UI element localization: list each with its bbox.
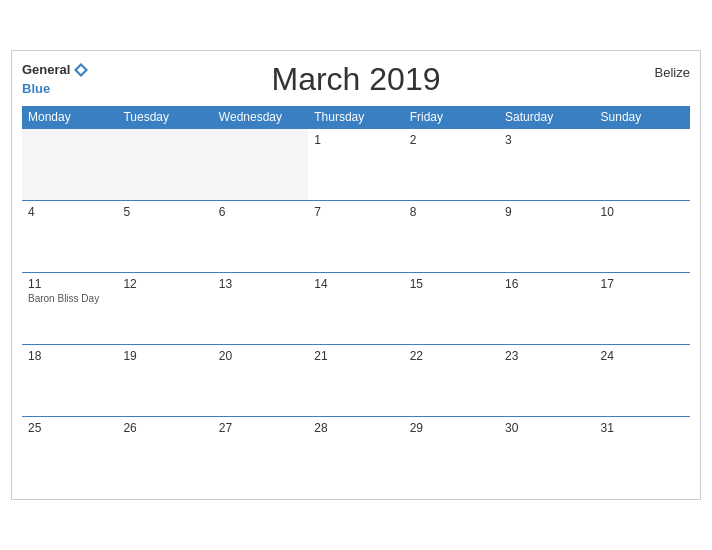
day-number: 4 bbox=[28, 205, 111, 219]
day-cell: 16 bbox=[499, 273, 594, 345]
day-cell: 27 bbox=[213, 417, 308, 489]
day-cell: 4 bbox=[22, 201, 117, 273]
day-number: 20 bbox=[219, 349, 302, 363]
day-number: 31 bbox=[601, 421, 684, 435]
day-number: 27 bbox=[219, 421, 302, 435]
day-cell: 23 bbox=[499, 345, 594, 417]
week-row-0: 123 bbox=[22, 129, 690, 201]
day-number: 22 bbox=[410, 349, 493, 363]
calendar-container: General Blue March 2019 Belize MondayTue… bbox=[11, 50, 701, 500]
day-cell: 5 bbox=[117, 201, 212, 273]
day-number: 6 bbox=[219, 205, 302, 219]
day-cell: 18 bbox=[22, 345, 117, 417]
weekday-header-row: MondayTuesdayWednesdayThursdayFridaySatu… bbox=[22, 106, 690, 129]
country-label: Belize bbox=[655, 65, 690, 80]
day-number: 25 bbox=[28, 421, 111, 435]
day-cell: 31 bbox=[595, 417, 690, 489]
calendar-header: General Blue March 2019 Belize bbox=[22, 61, 690, 98]
day-number: 12 bbox=[123, 277, 206, 291]
day-number: 24 bbox=[601, 349, 684, 363]
day-number: 8 bbox=[410, 205, 493, 219]
weekday-header-wednesday: Wednesday bbox=[213, 106, 308, 129]
day-number: 15 bbox=[410, 277, 493, 291]
day-number: 7 bbox=[314, 205, 397, 219]
day-cell: 28 bbox=[308, 417, 403, 489]
day-number: 9 bbox=[505, 205, 588, 219]
weekday-header-thursday: Thursday bbox=[308, 106, 403, 129]
logo: General Blue bbox=[22, 61, 90, 97]
day-number: 1 bbox=[314, 133, 397, 147]
day-cell: 9 bbox=[499, 201, 594, 273]
logo-icon bbox=[72, 61, 90, 79]
day-number: 18 bbox=[28, 349, 111, 363]
day-cell: 19 bbox=[117, 345, 212, 417]
day-cell: 15 bbox=[404, 273, 499, 345]
day-number: 17 bbox=[601, 277, 684, 291]
week-row-4: 25262728293031 bbox=[22, 417, 690, 489]
day-cell: 30 bbox=[499, 417, 594, 489]
day-cell: 6 bbox=[213, 201, 308, 273]
day-cell: 2 bbox=[404, 129, 499, 201]
day-cell bbox=[213, 129, 308, 201]
day-number: 2 bbox=[410, 133, 493, 147]
day-number: 30 bbox=[505, 421, 588, 435]
day-number: 28 bbox=[314, 421, 397, 435]
day-cell bbox=[22, 129, 117, 201]
day-number: 14 bbox=[314, 277, 397, 291]
day-number: 23 bbox=[505, 349, 588, 363]
logo-blue: Blue bbox=[22, 81, 50, 96]
event-label: Baron Bliss Day bbox=[28, 293, 111, 304]
day-number: 19 bbox=[123, 349, 206, 363]
weekday-header-monday: Monday bbox=[22, 106, 117, 129]
day-cell: 25 bbox=[22, 417, 117, 489]
day-cell: 7 bbox=[308, 201, 403, 273]
day-number: 26 bbox=[123, 421, 206, 435]
day-number: 29 bbox=[410, 421, 493, 435]
day-cell: 8 bbox=[404, 201, 499, 273]
weekday-header-tuesday: Tuesday bbox=[117, 106, 212, 129]
calendar-body: 1234567891011Baron Bliss Day121314151617… bbox=[22, 129, 690, 489]
day-cell: 1 bbox=[308, 129, 403, 201]
day-number: 16 bbox=[505, 277, 588, 291]
day-cell: 3 bbox=[499, 129, 594, 201]
day-number: 3 bbox=[505, 133, 588, 147]
day-number: 5 bbox=[123, 205, 206, 219]
day-number: 21 bbox=[314, 349, 397, 363]
day-number: 11 bbox=[28, 277, 111, 291]
day-cell bbox=[117, 129, 212, 201]
logo-general: General bbox=[22, 63, 70, 77]
day-cell: 20 bbox=[213, 345, 308, 417]
day-number: 13 bbox=[219, 277, 302, 291]
weekday-header-saturday: Saturday bbox=[499, 106, 594, 129]
day-cell: 26 bbox=[117, 417, 212, 489]
weekday-header-sunday: Sunday bbox=[595, 106, 690, 129]
week-row-1: 45678910 bbox=[22, 201, 690, 273]
day-cell: 13 bbox=[213, 273, 308, 345]
week-row-2: 11Baron Bliss Day121314151617 bbox=[22, 273, 690, 345]
day-cell: 21 bbox=[308, 345, 403, 417]
day-cell: 29 bbox=[404, 417, 499, 489]
day-cell: 22 bbox=[404, 345, 499, 417]
day-number: 10 bbox=[601, 205, 684, 219]
day-cell: 12 bbox=[117, 273, 212, 345]
day-cell: 14 bbox=[308, 273, 403, 345]
day-cell: 17 bbox=[595, 273, 690, 345]
day-cell: 10 bbox=[595, 201, 690, 273]
weekday-header-friday: Friday bbox=[404, 106, 499, 129]
day-cell: 24 bbox=[595, 345, 690, 417]
calendar-title: March 2019 bbox=[272, 61, 441, 98]
calendar-table: MondayTuesdayWednesdayThursdayFridaySatu… bbox=[22, 106, 690, 489]
day-cell: 11Baron Bliss Day bbox=[22, 273, 117, 345]
week-row-3: 18192021222324 bbox=[22, 345, 690, 417]
calendar-thead: MondayTuesdayWednesdayThursdayFridaySatu… bbox=[22, 106, 690, 129]
